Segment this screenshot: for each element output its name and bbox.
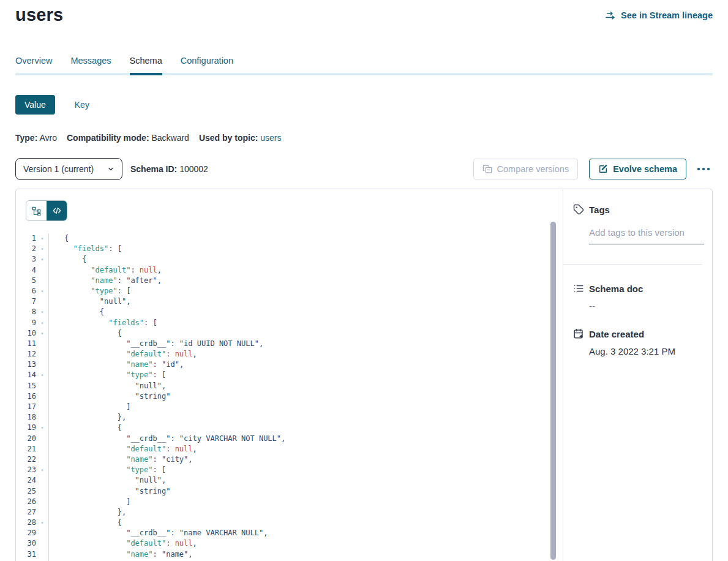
stream-lineage-link[interactable]: See in Stream lineage: [606, 10, 713, 20]
fold-spacer: [36, 486, 48, 497]
code-text: "null",: [49, 475, 166, 486]
code-text: "type": [: [49, 370, 166, 380]
tab-overview[interactable]: Overview: [15, 52, 52, 73]
schema-id: Schema ID: 100002: [130, 164, 208, 174]
code-text: "__crdb__": "name VARCHAR NULL",: [49, 528, 268, 538]
line-number: 11: [16, 339, 36, 349]
fold-toggle-icon[interactable]: ▾: [36, 370, 48, 380]
code-text: "fields": [: [49, 318, 157, 328]
line-number: 28: [16, 518, 36, 528]
fold-spacer: [36, 402, 48, 412]
fold-spacer: [36, 434, 48, 444]
line-number: 8: [16, 307, 36, 317]
ellipsis-icon: [697, 167, 710, 171]
fold-spacer: [36, 549, 48, 560]
chevron-down-icon: [107, 165, 114, 173]
fold-toggle-icon[interactable]: ▾: [36, 318, 48, 328]
fold-spacer: [36, 412, 48, 423]
value-tab-button[interactable]: Value: [15, 95, 55, 115]
fold-spacer: [36, 538, 48, 549]
line-number: 10: [16, 328, 36, 339]
fold-spacer: [36, 391, 48, 402]
code-line: 9▾ "fields": [: [16, 318, 563, 328]
line-number: 1: [16, 233, 36, 244]
code-text: "name": "after",: [49, 276, 162, 286]
code-text: "default": null,: [49, 349, 197, 360]
line-number: 25: [16, 486, 36, 497]
stream-lineage-icon: [606, 10, 617, 20]
schema-meta-row: Type: Avro Compatibility mode: Backward …: [15, 133, 713, 143]
tab-messages[interactable]: Messages: [70, 52, 111, 73]
fold-toggle-icon[interactable]: ▾: [36, 328, 48, 339]
line-number: 24: [16, 475, 36, 486]
code-text: "type": [: [49, 286, 130, 296]
more-options-button[interactable]: [694, 165, 713, 173]
schema-doc-section: Schema doc --: [573, 283, 702, 311]
fold-spacer: [36, 475, 48, 486]
fold-spacer: [36, 507, 48, 518]
edit-icon: [598, 164, 608, 174]
fold-spacer: [36, 528, 48, 538]
versions-copy-icon: [482, 164, 492, 174]
code-text: {: [49, 518, 122, 528]
code-line: 20 "__crdb__": "city VARCHAR NOT NULL",: [16, 434, 563, 444]
tree-icon: [32, 206, 41, 216]
fold-toggle-icon[interactable]: ▾: [36, 244, 48, 254]
tab-schema[interactable]: Schema: [130, 52, 162, 73]
code-text: },: [49, 507, 126, 518]
evolve-schema-button[interactable]: Evolve schema: [589, 159, 686, 179]
fold-spacer: [36, 339, 48, 349]
code-line: 17 ]: [16, 402, 563, 412]
code-text: "name": "name",: [49, 549, 193, 560]
code-text: "default": null,: [49, 444, 197, 454]
version-select[interactable]: Version 1 (current): [15, 158, 122, 180]
code-line: 15 "null",: [16, 381, 563, 391]
tab-configuration[interactable]: Configuration: [181, 52, 233, 73]
fold-spacer: [36, 360, 48, 370]
topic-link[interactable]: users: [260, 133, 281, 143]
fold-spacer: [36, 265, 48, 276]
fold-toggle-icon[interactable]: ▾: [36, 254, 48, 265]
line-number: 27: [16, 507, 36, 518]
line-number: 4: [16, 265, 36, 276]
value-key-segmented: Value Key: [15, 95, 713, 115]
code-line: 22 "name": "city",: [16, 454, 563, 465]
code-text: {: [49, 328, 122, 339]
line-number: 5: [16, 276, 36, 286]
version-toolbar: Version 1 (current) Schema ID: 100002 Co…: [15, 158, 713, 180]
line-number: 22: [16, 454, 36, 465]
key-tab-button[interactable]: Key: [71, 99, 93, 110]
code-text: "default": null,: [49, 265, 162, 276]
code-line: 13 "name": "id",: [16, 360, 563, 370]
fold-toggle-icon[interactable]: ▾: [36, 423, 48, 433]
schema-type: Type: Avro: [15, 133, 57, 143]
code-text: "null",: [49, 296, 130, 307]
fold-toggle-icon[interactable]: ▾: [36, 307, 48, 317]
code-text: "name": "city",: [49, 454, 193, 465]
fold-toggle-icon[interactable]: ▾: [36, 518, 48, 528]
code-line: 31 "name": "name",: [16, 549, 563, 560]
fold-toggle-icon[interactable]: ▾: [36, 465, 48, 475]
line-number: 2: [16, 244, 36, 254]
code-line: 14▾ "type": [: [16, 370, 563, 380]
tree-view-button[interactable]: [26, 201, 47, 220]
code-line: 19▾ {: [16, 423, 563, 433]
fold-spacer: [36, 381, 48, 391]
schema-doc-value: --: [589, 301, 702, 311]
fold-toggle-icon[interactable]: ▾: [36, 286, 48, 296]
code-view-button[interactable]: [47, 201, 67, 220]
compare-versions-button[interactable]: Compare versions: [473, 159, 579, 179]
code-line: 10▾ {: [16, 328, 563, 339]
line-number: 18: [16, 412, 36, 423]
code-text: "string": [49, 486, 170, 497]
code-line: 2▾ "fields": [: [16, 244, 563, 254]
fold-toggle-icon[interactable]: ▾: [36, 233, 48, 244]
editor-scrollbar-thumb[interactable]: [550, 222, 556, 560]
code-text: ]: [49, 402, 130, 412]
sidebar-divider: [563, 264, 702, 265]
line-number: 7: [16, 296, 36, 307]
date-created-heading-row: Date created: [573, 328, 702, 339]
code-line: 4 "default": null,: [16, 265, 563, 276]
tags-input[interactable]: [589, 227, 704, 244]
code-text: "fields": [: [49, 244, 122, 254]
